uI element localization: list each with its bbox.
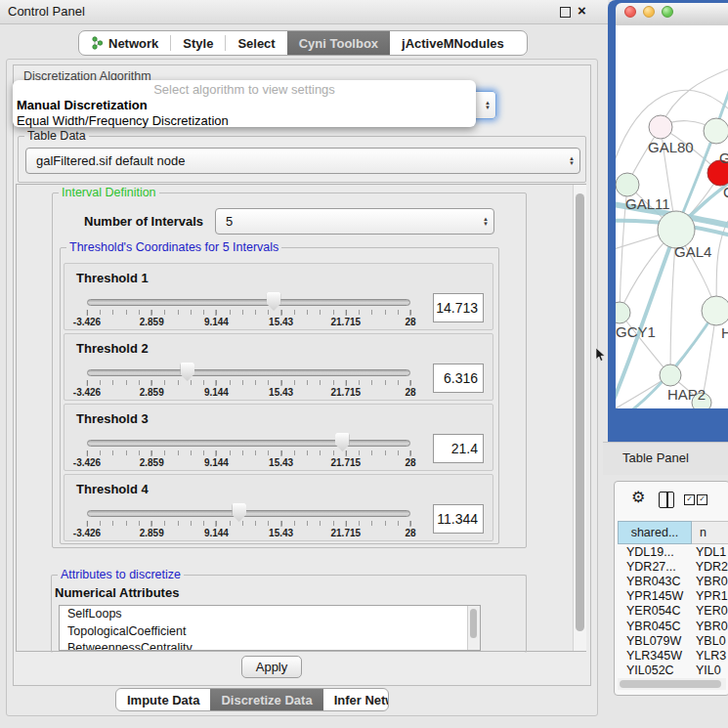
list-item[interactable]: TopologicalCoefficient xyxy=(60,623,480,641)
tab-select-label: Select xyxy=(237,36,275,51)
table-body: YDL19...YDL1 YDR27...YDR2 YBR043CYBR0 YP… xyxy=(618,544,728,678)
tab-jactivemnodules-label: jActiveMNodules xyxy=(402,36,504,51)
node-hap2[interactable] xyxy=(660,364,681,386)
threshold-coordinates-label: Threshold's Coordinates for 5 Intervals xyxy=(66,240,281,254)
table-horizontal-scrollbar[interactable] xyxy=(618,678,726,690)
tab-style[interactable]: Style xyxy=(171,31,225,55)
list-item[interactable]: SelfLoops xyxy=(60,606,480,623)
node-label-hap2: HAP2 xyxy=(667,386,706,403)
node-h[interactable] xyxy=(702,296,728,325)
node-gcy1[interactable] xyxy=(616,302,630,323)
float-panel-icon[interactable] xyxy=(560,7,571,18)
number-of-intervals-combobox[interactable]: 5 ▲▼ xyxy=(215,208,494,235)
threshold-1-value-field[interactable] xyxy=(433,293,484,322)
select-checkbox-icon[interactable]: ✓ xyxy=(684,494,695,505)
node-gal80[interactable] xyxy=(649,115,672,139)
threshold-4-value-field[interactable] xyxy=(433,504,484,534)
tab-style-label: Style xyxy=(183,36,213,51)
table-columns-icon[interactable] xyxy=(659,492,674,508)
threshold-1-slider-thumb[interactable] xyxy=(267,292,281,311)
slider-rail xyxy=(87,362,410,383)
node-label-g: G xyxy=(719,150,728,166)
node-label-c: C xyxy=(723,184,728,200)
column-header-name[interactable]: n xyxy=(692,521,728,544)
threshold-2-panel: Threshold 2 -3.426 2.859 9.144 15.43 21.… xyxy=(64,333,493,401)
threshold-4-slider-thumb[interactable] xyxy=(232,503,246,522)
tab-impute-data[interactable]: Impute Data xyxy=(116,689,210,710)
dropdown-option-equal-width-frequency[interactable]: Equal Width/Frequency Discretization xyxy=(13,113,476,129)
table-row[interactable]: YBR045CYBR0 xyxy=(618,619,728,633)
dropdown-prompt-item[interactable]: Select algorithm to view settings xyxy=(13,80,476,98)
control-panel-titlebar: Control Panel × xyxy=(0,0,608,24)
list-item[interactable]: BetweennessCentrality xyxy=(60,640,480,651)
settings-vertical-scrollbar[interactable] xyxy=(573,185,586,651)
table-row[interactable]: YDR27...YDR2 xyxy=(618,559,728,574)
numerical-attributes-label: Numerical Attributes xyxy=(55,585,179,600)
threshold-3-value-field[interactable] xyxy=(433,434,484,463)
tab-infer-network[interactable]: Infer Network xyxy=(323,689,389,710)
scrollbar-thumb[interactable] xyxy=(620,680,721,688)
numerical-attributes-list[interactable]: SelfLoops TopologicalCoefficient Between… xyxy=(59,605,481,651)
tab-discretize-data-label: Discretize Data xyxy=(221,693,312,707)
table-row[interactable]: YIL052CYIL0 xyxy=(618,664,728,678)
apply-button[interactable]: Apply xyxy=(241,656,302,678)
slider-rail xyxy=(87,432,410,453)
network-graph: GAL80 G C GAL11 GAL4 GCY1 H HAP2 xyxy=(616,25,728,408)
window-close-icon[interactable] xyxy=(624,6,636,18)
threshold-2-slider-thumb[interactable] xyxy=(180,363,194,381)
scrollbar-thumb[interactable] xyxy=(470,609,477,638)
select-all-checkbox-icon[interactable]: ✓ xyxy=(697,494,707,505)
slider-rail xyxy=(87,291,410,313)
table-panel-header: Table Panel xyxy=(603,442,728,475)
slider-rail xyxy=(87,502,410,524)
table-settings-gear-icon[interactable]: ⚙ xyxy=(631,490,645,505)
number-of-intervals-label: Number of Intervals xyxy=(84,214,203,229)
threshold-2-value-field[interactable] xyxy=(433,364,484,393)
tab-select[interactable]: Select xyxy=(226,31,286,55)
column-header-shared-name[interactable]: shared... xyxy=(618,521,692,544)
table-row[interactable]: YPR145WYPR1 xyxy=(618,589,728,604)
threshold-2-label: Threshold 2 xyxy=(76,341,149,356)
application-window: Control Panel × Network Style Select Cyn… xyxy=(0,0,728,728)
table-data-selected-value: galFiltered.sif default node xyxy=(26,153,564,168)
tab-impute-data-label: Impute Data xyxy=(127,693,199,707)
threshold-3-label: Threshold 3 xyxy=(76,411,149,426)
network-icon xyxy=(91,36,104,50)
window-minimize-icon[interactable] xyxy=(643,6,655,18)
table-row[interactable]: YLR345WYLR3 xyxy=(618,648,728,663)
list-vertical-scrollbar[interactable] xyxy=(467,606,480,650)
network-canvas[interactable]: GAL80 G C GAL11 GAL4 GCY1 H HAP2 xyxy=(616,25,728,408)
scrollbar-thumb[interactable] xyxy=(576,193,584,631)
combo-stepper-icon: ▲▼ xyxy=(564,156,579,166)
tab-network[interactable]: Network xyxy=(79,31,170,55)
close-panel-icon[interactable]: × xyxy=(578,2,586,19)
node-top-right[interactable] xyxy=(704,118,728,144)
tab-cyni-toolbox-label: Cyni Toolbox xyxy=(299,36,378,51)
table-row[interactable]: YBL079WYBL0 xyxy=(618,633,728,648)
table-row[interactable]: YDL19...YDL1 xyxy=(618,544,728,559)
tab-cyni-toolbox[interactable]: Cyni Toolbox xyxy=(287,31,390,55)
combo-stepper-icon: ▲▼ xyxy=(480,101,495,110)
tab-discretize-data[interactable]: Discretize Data xyxy=(210,689,322,710)
cyni-bottom-tabbar: Impute Data Discretize Data Infer Networ… xyxy=(115,688,389,711)
node-label-gal4: GAL4 xyxy=(674,243,711,260)
column-header-label: shared... xyxy=(631,526,679,539)
threshold-1-label: Threshold 1 xyxy=(76,271,149,285)
node-gal11[interactable] xyxy=(616,173,639,196)
node-label-h: H xyxy=(721,324,728,341)
dropdown-option-manual-discretization[interactable]: Manual Discretization xyxy=(13,98,476,113)
mouse-cursor xyxy=(596,348,607,363)
threshold-3-slider-thumb[interactable] xyxy=(335,433,350,451)
table-data-combobox[interactable]: galFiltered.sif default node ▲▼ xyxy=(25,148,580,174)
window-zoom-icon[interactable] xyxy=(662,6,673,18)
table-row[interactable]: YBR043CYBR0 xyxy=(618,574,728,588)
threshold-1-panel: Threshold 1 -3.426 2.859 9.144 15.43 21.… xyxy=(64,263,493,330)
column-header-label: n xyxy=(700,526,707,539)
algorithm-dropdown-list: Select algorithm to view settings Manual… xyxy=(13,80,476,127)
tab-jactivemnodules[interactable]: jActiveMNodules xyxy=(390,31,516,55)
threshold-4-panel: Threshold 4 -3.426 2.859 9.144 15.43 21.… xyxy=(64,474,493,541)
network-nodes[interactable] xyxy=(616,115,728,408)
table-row[interactable]: YER054CYER0 xyxy=(618,604,728,619)
table-panel-title: Table Panel xyxy=(622,450,689,465)
table-data-group-label: Table Data xyxy=(24,129,89,143)
